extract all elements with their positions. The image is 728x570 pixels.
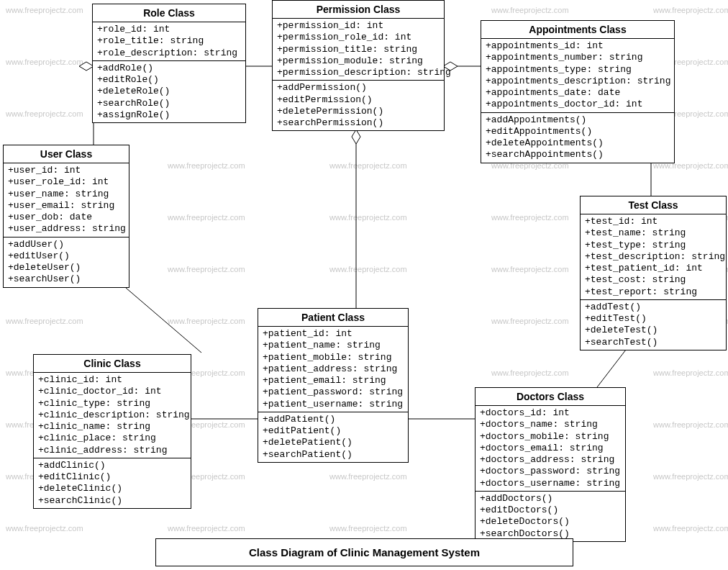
class-doctors-title: Doctors Class <box>476 388 625 406</box>
class-test-title: Test Class <box>581 196 726 214</box>
diagram-title: Class Diagram of Clinic Management Syste… <box>155 538 573 566</box>
class-role-title: Role Class <box>93 4 245 22</box>
class-role: Role Class +role_id: int +role_title: st… <box>92 4 246 123</box>
class-user-attrs: +user_id: int +user_role_id: int +user_n… <box>4 163 129 238</box>
class-permission: Permission Class +permission_id: int +pe… <box>272 0 445 131</box>
class-test-methods: +addTest() +editTest() +deleteTest() +se… <box>581 300 726 350</box>
class-clinic-methods: +addClinic() +editClinic() +deleteClinic… <box>34 458 191 508</box>
class-doctors-methods: +addDoctors() +editDoctors() +deleteDoct… <box>476 492 625 541</box>
class-patient: Patient Class +patient_id: int +patient_… <box>258 308 409 463</box>
class-test: Test Class +test_id: int +test_name: str… <box>580 196 727 350</box>
svg-line-12 <box>597 350 626 387</box>
class-user: User Class +user_id: int +user_role_id: … <box>3 145 129 288</box>
class-patient-title: Patient Class <box>258 309 408 327</box>
class-test-attrs: +test_id: int +test_name: string +test_t… <box>581 214 726 300</box>
class-user-title: User Class <box>4 145 129 163</box>
class-user-methods: +addUser() +editUser() +deleteUser() +se… <box>4 238 129 287</box>
class-permission-methods: +addPermission() +editPermission() +dele… <box>273 81 444 130</box>
class-permission-title: Permission Class <box>273 1 444 19</box>
class-doctors-attrs: +doctors_id: int +doctors_name: string +… <box>476 406 625 492</box>
svg-marker-7 <box>352 130 360 144</box>
class-doctors: Doctors Class +doctors_id: int +doctors_… <box>475 387 626 542</box>
class-role-attrs: +role_id: int +role_title: string +role_… <box>93 22 245 61</box>
class-clinic-title: Clinic Class <box>34 355 191 373</box>
class-permission-attrs: +permission_id: int +permission_role_id:… <box>273 19 444 81</box>
class-appointments-title: Appointments Class <box>481 21 674 39</box>
class-appointments-methods: +addAppointments() +editAppointments() +… <box>481 113 674 163</box>
class-clinic: Clinic Class +clinic_id: int +clinic_doc… <box>33 354 191 509</box>
svg-marker-5 <box>79 62 94 71</box>
class-patient-methods: +addPatient() +editPatient() +deletePati… <box>258 412 408 462</box>
class-patient-attrs: +patient_id: int +patient_name: string +… <box>258 327 408 412</box>
svg-line-8 <box>126 288 201 353</box>
class-clinic-attrs: +clinic_id: int +clinic_doctor_id: int +… <box>34 373 191 458</box>
class-appointments: Appointments Class +appointments_id: int… <box>481 20 675 163</box>
class-appointments-attrs: +appointments_id: int +appointments_numb… <box>481 39 674 113</box>
class-role-methods: +addRole() +editRole() +deleteRole() +se… <box>93 61 245 122</box>
